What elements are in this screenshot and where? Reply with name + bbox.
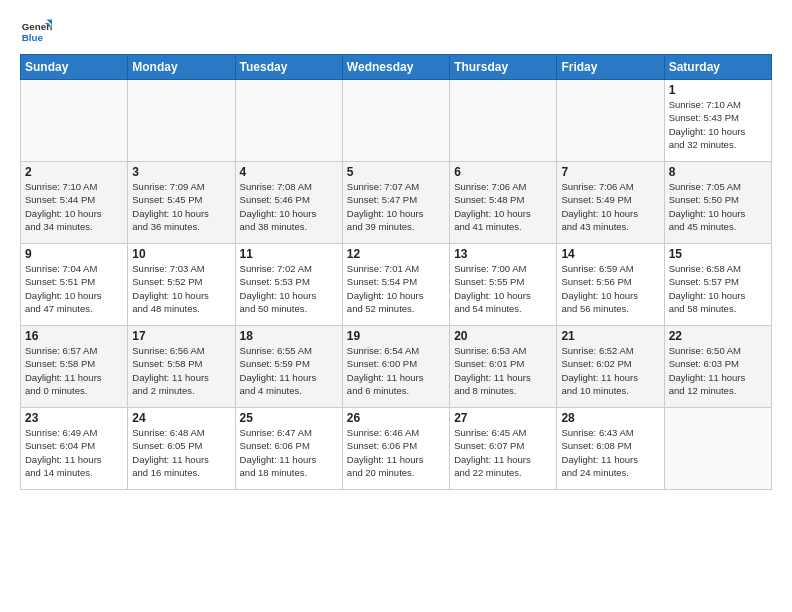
day-info: Sunrise: 7:05 AM Sunset: 5:50 PM Dayligh… xyxy=(669,180,767,233)
calendar-header-sunday: Sunday xyxy=(21,55,128,80)
day-info: Sunrise: 6:53 AM Sunset: 6:01 PM Dayligh… xyxy=(454,344,552,397)
calendar-day-cell xyxy=(450,80,557,162)
day-number: 23 xyxy=(25,411,123,425)
day-info: Sunrise: 7:04 AM Sunset: 5:51 PM Dayligh… xyxy=(25,262,123,315)
calendar-day-cell: 19Sunrise: 6:54 AM Sunset: 6:00 PM Dayli… xyxy=(342,326,449,408)
header: General Blue xyxy=(20,16,772,48)
calendar-day-cell xyxy=(664,408,771,490)
day-info: Sunrise: 6:43 AM Sunset: 6:08 PM Dayligh… xyxy=(561,426,659,479)
logo: General Blue xyxy=(20,16,52,48)
calendar-header-monday: Monday xyxy=(128,55,235,80)
day-number: 6 xyxy=(454,165,552,179)
day-number: 15 xyxy=(669,247,767,261)
calendar-day-cell: 4Sunrise: 7:08 AM Sunset: 5:46 PM Daylig… xyxy=(235,162,342,244)
day-number: 28 xyxy=(561,411,659,425)
day-number: 17 xyxy=(132,329,230,343)
day-info: Sunrise: 7:00 AM Sunset: 5:55 PM Dayligh… xyxy=(454,262,552,315)
calendar-day-cell: 25Sunrise: 6:47 AM Sunset: 6:06 PM Dayli… xyxy=(235,408,342,490)
calendar-day-cell: 22Sunrise: 6:50 AM Sunset: 6:03 PM Dayli… xyxy=(664,326,771,408)
calendar-header-friday: Friday xyxy=(557,55,664,80)
svg-text:Blue: Blue xyxy=(22,32,44,43)
day-number: 9 xyxy=(25,247,123,261)
day-number: 22 xyxy=(669,329,767,343)
day-info: Sunrise: 7:03 AM Sunset: 5:52 PM Dayligh… xyxy=(132,262,230,315)
calendar-day-cell xyxy=(342,80,449,162)
calendar-week-row: 1Sunrise: 7:10 AM Sunset: 5:43 PM Daylig… xyxy=(21,80,772,162)
calendar-table: SundayMondayTuesdayWednesdayThursdayFrid… xyxy=(20,54,772,490)
day-number: 12 xyxy=(347,247,445,261)
day-info: Sunrise: 6:48 AM Sunset: 6:05 PM Dayligh… xyxy=(132,426,230,479)
calendar-week-row: 16Sunrise: 6:57 AM Sunset: 5:58 PM Dayli… xyxy=(21,326,772,408)
day-number: 3 xyxy=(132,165,230,179)
calendar-day-cell: 11Sunrise: 7:02 AM Sunset: 5:53 PM Dayli… xyxy=(235,244,342,326)
calendar-day-cell: 7Sunrise: 7:06 AM Sunset: 5:49 PM Daylig… xyxy=(557,162,664,244)
day-info: Sunrise: 6:56 AM Sunset: 5:58 PM Dayligh… xyxy=(132,344,230,397)
day-number: 10 xyxy=(132,247,230,261)
calendar-day-cell: 18Sunrise: 6:55 AM Sunset: 5:59 PM Dayli… xyxy=(235,326,342,408)
calendar-day-cell: 2Sunrise: 7:10 AM Sunset: 5:44 PM Daylig… xyxy=(21,162,128,244)
calendar-day-cell xyxy=(128,80,235,162)
calendar-day-cell: 20Sunrise: 6:53 AM Sunset: 6:01 PM Dayli… xyxy=(450,326,557,408)
day-number: 1 xyxy=(669,83,767,97)
calendar-week-row: 2Sunrise: 7:10 AM Sunset: 5:44 PM Daylig… xyxy=(21,162,772,244)
day-info: Sunrise: 7:02 AM Sunset: 5:53 PM Dayligh… xyxy=(240,262,338,315)
day-number: 4 xyxy=(240,165,338,179)
day-number: 13 xyxy=(454,247,552,261)
day-info: Sunrise: 7:01 AM Sunset: 5:54 PM Dayligh… xyxy=(347,262,445,315)
day-info: Sunrise: 6:57 AM Sunset: 5:58 PM Dayligh… xyxy=(25,344,123,397)
day-info: Sunrise: 6:59 AM Sunset: 5:56 PM Dayligh… xyxy=(561,262,659,315)
calendar-day-cell: 21Sunrise: 6:52 AM Sunset: 6:02 PM Dayli… xyxy=(557,326,664,408)
day-info: Sunrise: 7:08 AM Sunset: 5:46 PM Dayligh… xyxy=(240,180,338,233)
day-info: Sunrise: 6:47 AM Sunset: 6:06 PM Dayligh… xyxy=(240,426,338,479)
day-number: 20 xyxy=(454,329,552,343)
calendar-day-cell: 6Sunrise: 7:06 AM Sunset: 5:48 PM Daylig… xyxy=(450,162,557,244)
day-number: 27 xyxy=(454,411,552,425)
day-number: 2 xyxy=(25,165,123,179)
calendar-day-cell xyxy=(235,80,342,162)
svg-text:General: General xyxy=(22,21,52,32)
calendar-day-cell: 23Sunrise: 6:49 AM Sunset: 6:04 PM Dayli… xyxy=(21,408,128,490)
day-number: 21 xyxy=(561,329,659,343)
day-number: 19 xyxy=(347,329,445,343)
calendar-day-cell: 8Sunrise: 7:05 AM Sunset: 5:50 PM Daylig… xyxy=(664,162,771,244)
calendar-header-thursday: Thursday xyxy=(450,55,557,80)
day-info: Sunrise: 6:54 AM Sunset: 6:00 PM Dayligh… xyxy=(347,344,445,397)
calendar-day-cell: 28Sunrise: 6:43 AM Sunset: 6:08 PM Dayli… xyxy=(557,408,664,490)
calendar-header-tuesday: Tuesday xyxy=(235,55,342,80)
day-info: Sunrise: 7:07 AM Sunset: 5:47 PM Dayligh… xyxy=(347,180,445,233)
page: General Blue SundayMondayTuesdayWednesda… xyxy=(0,0,792,612)
day-info: Sunrise: 6:55 AM Sunset: 5:59 PM Dayligh… xyxy=(240,344,338,397)
day-number: 24 xyxy=(132,411,230,425)
calendar-day-cell: 12Sunrise: 7:01 AM Sunset: 5:54 PM Dayli… xyxy=(342,244,449,326)
day-info: Sunrise: 7:09 AM Sunset: 5:45 PM Dayligh… xyxy=(132,180,230,233)
day-number: 26 xyxy=(347,411,445,425)
calendar-day-cell: 15Sunrise: 6:58 AM Sunset: 5:57 PM Dayli… xyxy=(664,244,771,326)
logo-icon: General Blue xyxy=(20,16,52,48)
day-number: 16 xyxy=(25,329,123,343)
calendar-week-row: 9Sunrise: 7:04 AM Sunset: 5:51 PM Daylig… xyxy=(21,244,772,326)
calendar-header-row: SundayMondayTuesdayWednesdayThursdayFrid… xyxy=(21,55,772,80)
calendar-day-cell: 26Sunrise: 6:46 AM Sunset: 6:06 PM Dayli… xyxy=(342,408,449,490)
calendar-day-cell xyxy=(557,80,664,162)
calendar-header-saturday: Saturday xyxy=(664,55,771,80)
day-info: Sunrise: 6:49 AM Sunset: 6:04 PM Dayligh… xyxy=(25,426,123,479)
day-number: 11 xyxy=(240,247,338,261)
day-number: 5 xyxy=(347,165,445,179)
calendar-day-cell: 13Sunrise: 7:00 AM Sunset: 5:55 PM Dayli… xyxy=(450,244,557,326)
day-number: 18 xyxy=(240,329,338,343)
day-info: Sunrise: 6:52 AM Sunset: 6:02 PM Dayligh… xyxy=(561,344,659,397)
calendar-day-cell: 16Sunrise: 6:57 AM Sunset: 5:58 PM Dayli… xyxy=(21,326,128,408)
calendar-day-cell: 10Sunrise: 7:03 AM Sunset: 5:52 PM Dayli… xyxy=(128,244,235,326)
day-info: Sunrise: 7:10 AM Sunset: 5:43 PM Dayligh… xyxy=(669,98,767,151)
day-info: Sunrise: 7:10 AM Sunset: 5:44 PM Dayligh… xyxy=(25,180,123,233)
day-info: Sunrise: 7:06 AM Sunset: 5:48 PM Dayligh… xyxy=(454,180,552,233)
calendar-day-cell: 24Sunrise: 6:48 AM Sunset: 6:05 PM Dayli… xyxy=(128,408,235,490)
calendar-day-cell: 9Sunrise: 7:04 AM Sunset: 5:51 PM Daylig… xyxy=(21,244,128,326)
day-info: Sunrise: 6:46 AM Sunset: 6:06 PM Dayligh… xyxy=(347,426,445,479)
day-number: 8 xyxy=(669,165,767,179)
day-info: Sunrise: 6:50 AM Sunset: 6:03 PM Dayligh… xyxy=(669,344,767,397)
calendar-day-cell: 3Sunrise: 7:09 AM Sunset: 5:45 PM Daylig… xyxy=(128,162,235,244)
day-info: Sunrise: 6:45 AM Sunset: 6:07 PM Dayligh… xyxy=(454,426,552,479)
calendar-day-cell: 17Sunrise: 6:56 AM Sunset: 5:58 PM Dayli… xyxy=(128,326,235,408)
day-number: 25 xyxy=(240,411,338,425)
